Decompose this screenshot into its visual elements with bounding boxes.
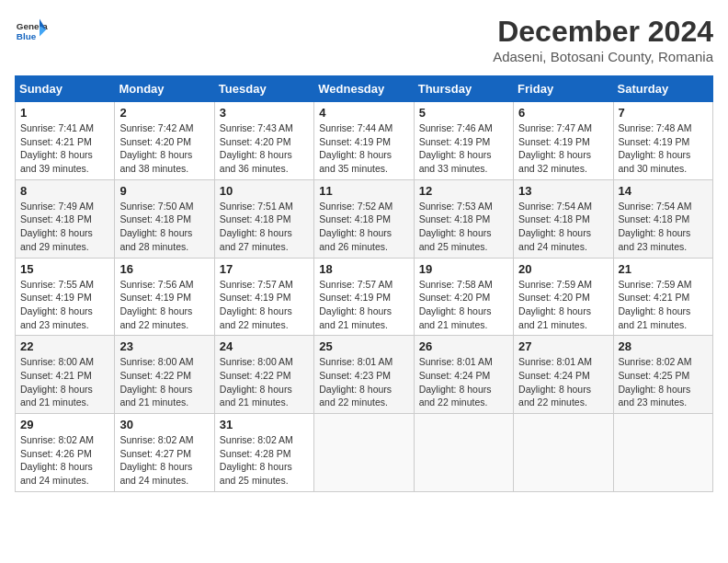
calendar-cell: 22Sunrise: 8:00 AMSunset: 4:21 PMDayligh… [16,336,115,414]
cell-info: Sunrise: 7:59 AMSunset: 4:20 PMDaylight:… [518,278,608,332]
day-number: 11 [319,184,408,198]
calendar-week-row: 29Sunrise: 8:02 AMSunset: 4:26 PMDayligh… [16,414,713,492]
calendar-cell: 1Sunrise: 7:41 AMSunset: 4:21 PMDaylight… [16,102,115,180]
cell-info: Sunrise: 7:59 AMSunset: 4:21 PMDaylight:… [619,278,708,332]
calendar-cell: 26Sunrise: 8:01 AMSunset: 4:24 PMDayligh… [414,336,513,414]
calendar-cell: 12Sunrise: 7:53 AMSunset: 4:18 PMDayligh… [414,179,513,258]
calendar-cell: 25Sunrise: 8:01 AMSunset: 4:23 PMDayligh… [314,336,414,414]
cell-info: Sunrise: 8:02 AMSunset: 4:28 PMDaylight:… [220,433,309,488]
day-of-week-header: Sunday [16,76,115,102]
cell-info: Sunrise: 7:43 AMSunset: 4:20 PMDaylight:… [220,121,309,176]
calendar-cell: 5Sunrise: 7:46 AMSunset: 4:19 PMDaylight… [414,102,513,180]
day-number: 1 [20,106,109,120]
cell-info: Sunrise: 7:51 AMSunset: 4:18 PMDaylight:… [220,200,309,254]
day-number: 29 [20,418,109,431]
header-row: SundayMondayTuesdayWednesdayThursdayFrid… [16,76,713,102]
calendar-cell: 6Sunrise: 7:47 AMSunset: 4:19 PMDaylight… [514,102,613,180]
calendar-cell: 14Sunrise: 7:54 AMSunset: 4:18 PMDayligh… [613,179,712,258]
logo-svg: General Blue [15,15,48,48]
day-number: 9 [119,184,209,198]
day-number: 20 [518,262,608,276]
day-number: 4 [319,106,408,120]
calendar-cell: 3Sunrise: 7:43 AMSunset: 4:20 PMDaylight… [214,102,313,180]
cell-info: Sunrise: 8:00 AMSunset: 4:21 PMDaylight:… [20,355,109,409]
calendar-table: SundayMondayTuesdayWednesdayThursdayFrid… [15,75,713,492]
day-number: 23 [119,339,209,353]
day-number: 19 [419,262,508,276]
day-number: 5 [419,106,508,120]
calendar-cell: 4Sunrise: 7:44 AMSunset: 4:19 PMDaylight… [314,102,414,180]
day-number: 14 [619,184,708,198]
day-number: 26 [419,339,508,353]
calendar-cell: 18Sunrise: 7:57 AMSunset: 4:19 PMDayligh… [314,258,414,336]
day-number: 30 [119,418,209,431]
cell-info: Sunrise: 8:01 AMSunset: 4:24 PMDaylight:… [419,355,508,409]
title-area: December 2024 Adaseni, Botosani County, … [493,15,713,64]
cell-info: Sunrise: 8:01 AMSunset: 4:23 PMDaylight:… [319,355,408,409]
cell-info: Sunrise: 7:57 AMSunset: 4:19 PMDaylight:… [220,278,309,332]
calendar-cell [613,414,712,492]
calendar-cell: 21Sunrise: 7:59 AMSunset: 4:21 PMDayligh… [613,258,712,336]
cell-info: Sunrise: 7:54 AMSunset: 4:18 PMDaylight:… [619,200,708,254]
day-number: 8 [20,184,109,198]
calendar-cell: 13Sunrise: 7:54 AMSunset: 4:18 PMDayligh… [514,179,613,258]
day-number: 25 [319,339,408,353]
calendar-cell: 19Sunrise: 7:58 AMSunset: 4:20 PMDayligh… [414,258,513,336]
calendar-week-row: 8Sunrise: 7:49 AMSunset: 4:18 PMDaylight… [16,179,713,258]
calendar-cell: 8Sunrise: 7:49 AMSunset: 4:18 PMDaylight… [16,179,115,258]
cell-info: Sunrise: 8:01 AMSunset: 4:24 PMDaylight:… [518,355,608,409]
cell-info: Sunrise: 7:46 AMSunset: 4:19 PMDaylight:… [419,121,508,176]
calendar-cell: 31Sunrise: 8:02 AMSunset: 4:28 PMDayligh… [214,414,313,492]
calendar-cell: 9Sunrise: 7:50 AMSunset: 4:18 PMDaylight… [115,179,214,258]
cell-info: Sunrise: 7:58 AMSunset: 4:20 PMDaylight:… [419,278,508,332]
calendar-header: SundayMondayTuesdayWednesdayThursdayFrid… [16,76,713,102]
page-title: December 2024 [493,15,713,49]
cell-info: Sunrise: 7:57 AMSunset: 4:19 PMDaylight:… [319,278,408,332]
calendar-week-row: 22Sunrise: 8:00 AMSunset: 4:21 PMDayligh… [16,336,713,414]
header: General Blue December 2024 Adaseni, Boto… [15,15,713,64]
cell-info: Sunrise: 8:00 AMSunset: 4:22 PMDaylight:… [220,355,309,409]
calendar-cell: 10Sunrise: 7:51 AMSunset: 4:18 PMDayligh… [214,179,313,258]
day-of-week-header: Thursday [414,76,513,102]
day-of-week-header: Saturday [613,76,712,102]
day-number: 13 [518,184,608,198]
day-of-week-header: Tuesday [214,76,313,102]
day-number: 6 [518,106,608,120]
calendar-cell: 2Sunrise: 7:42 AMSunset: 4:20 PMDaylight… [115,102,214,180]
calendar-cell: 28Sunrise: 8:02 AMSunset: 4:25 PMDayligh… [613,336,712,414]
cell-info: Sunrise: 7:52 AMSunset: 4:18 PMDaylight:… [319,200,408,254]
location-subtitle: Adaseni, Botosani County, Romania [493,49,713,64]
day-number: 2 [119,106,209,120]
svg-text:Blue: Blue [17,31,37,41]
day-number: 18 [319,262,408,276]
day-number: 7 [619,106,708,120]
cell-info: Sunrise: 8:00 AMSunset: 4:22 PMDaylight:… [119,355,209,409]
calendar-week-row: 1Sunrise: 7:41 AMSunset: 4:21 PMDaylight… [16,102,713,180]
cell-info: Sunrise: 7:53 AMSunset: 4:18 PMDaylight:… [419,200,508,254]
day-number: 21 [619,262,708,276]
calendar-cell [514,414,613,492]
cell-info: Sunrise: 8:02 AMSunset: 4:27 PMDaylight:… [119,433,209,488]
cell-info: Sunrise: 7:55 AMSunset: 4:19 PMDaylight:… [20,278,109,332]
day-number: 10 [220,184,309,198]
calendar-body: 1Sunrise: 7:41 AMSunset: 4:21 PMDaylight… [16,102,713,492]
cell-info: Sunrise: 7:50 AMSunset: 4:18 PMDaylight:… [119,200,209,254]
day-number: 28 [619,339,708,353]
cell-info: Sunrise: 7:42 AMSunset: 4:20 PMDaylight:… [119,121,209,176]
logo: General Blue [15,15,48,48]
day-number: 17 [220,262,309,276]
day-number: 3 [220,106,309,120]
day-number: 31 [220,418,309,431]
calendar-cell: 15Sunrise: 7:55 AMSunset: 4:19 PMDayligh… [16,258,115,336]
day-number: 12 [419,184,508,198]
day-number: 22 [20,339,109,353]
calendar-cell: 11Sunrise: 7:52 AMSunset: 4:18 PMDayligh… [314,179,414,258]
cell-info: Sunrise: 8:02 AMSunset: 4:25 PMDaylight:… [619,355,708,409]
day-of-week-header: Monday [115,76,214,102]
cell-info: Sunrise: 7:48 AMSunset: 4:19 PMDaylight:… [619,121,708,176]
calendar-cell: 16Sunrise: 7:56 AMSunset: 4:19 PMDayligh… [115,258,214,336]
calendar-cell [414,414,513,492]
day-of-week-header: Wednesday [314,76,414,102]
calendar-week-row: 15Sunrise: 7:55 AMSunset: 4:19 PMDayligh… [16,258,713,336]
calendar-cell: 24Sunrise: 8:00 AMSunset: 4:22 PMDayligh… [214,336,313,414]
